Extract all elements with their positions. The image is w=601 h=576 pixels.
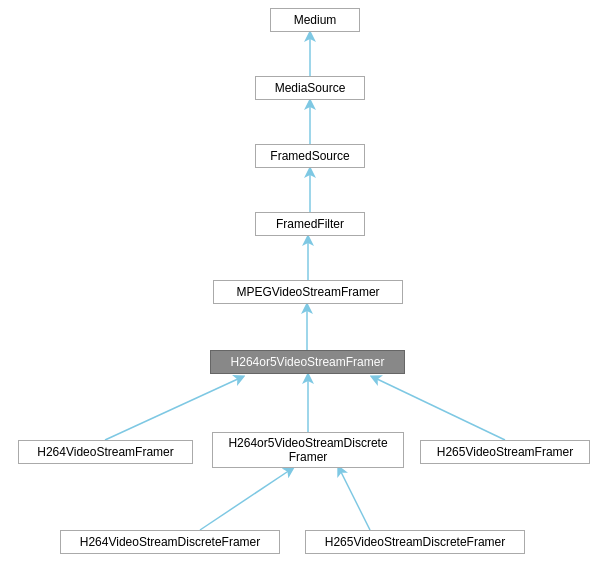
node-h264-video-stream-framer[interactable]: H264VideoStreamFramer [18,440,193,464]
node-h264or5-video-stream-framer[interactable]: H264or5VideoStreamFramer [210,350,405,374]
svg-line-9 [200,470,290,530]
node-medium[interactable]: Medium [270,8,360,32]
svg-line-10 [340,470,370,530]
node-h264-video-stream-discrete-framer[interactable]: H264VideoStreamDiscreteFramer [60,530,280,554]
svg-line-8 [375,378,505,440]
class-diagram: Medium MediaSource FramedSource FramedFi… [0,0,601,576]
node-media-source[interactable]: MediaSource [255,76,365,100]
node-h264or5-video-stream-discrete-framer[interactable]: H264or5VideoStreamDiscreteFramer [212,432,404,468]
svg-line-6 [105,378,240,440]
node-mpeg-video-stream-framer[interactable]: MPEGVideoStreamFramer [213,280,403,304]
node-framed-source[interactable]: FramedSource [255,144,365,168]
node-h265-video-stream-framer[interactable]: H265VideoStreamFramer [420,440,590,464]
node-framed-filter[interactable]: FramedFilter [255,212,365,236]
node-h265-video-stream-discrete-framer[interactable]: H265VideoStreamDiscreteFramer [305,530,525,554]
node-h264or5-discrete-label: H264or5VideoStreamDiscreteFramer [228,436,387,464]
